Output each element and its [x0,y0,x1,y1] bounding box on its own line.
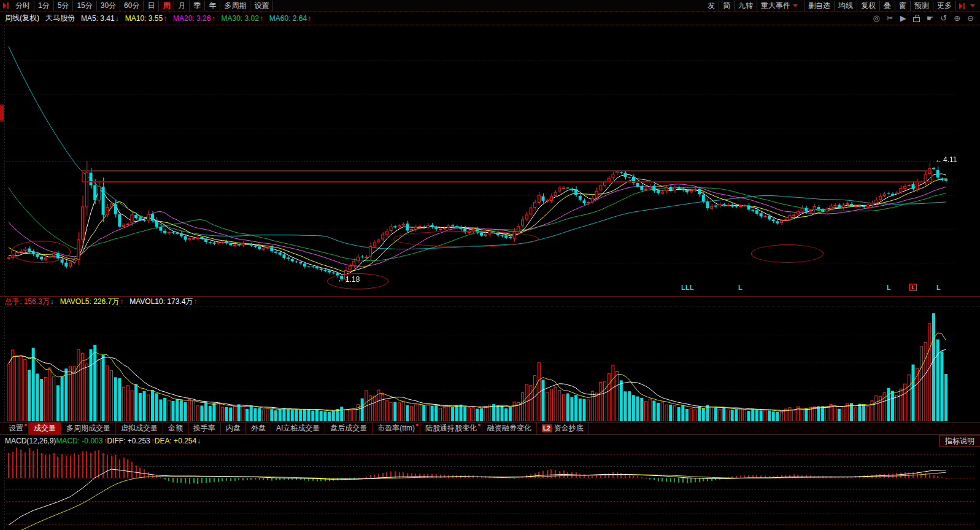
indicator-tab-label: 陆股通持股变化 [425,423,477,434]
indicator-tab-盘后成交量[interactable]: 盘后成交量 [325,423,372,434]
signal-badge-icon: L [909,284,917,291]
timeframe-tab-季[interactable]: 季 [190,1,205,11]
lock-icon[interactable] [913,17,920,22]
indicator-tab-设置[interactable]: 设置 [4,423,29,434]
toolbar-button-窗[interactable]: 窗 [895,1,911,11]
indicator-tab-label: 虚拟成交量 [121,423,158,434]
eye-icon[interactable]: ◎ [873,14,879,22]
left-edge-marker [0,104,4,122]
timeframe-tabs: 分时1分5分15分30分60分日周月季年多周期设置 [12,0,273,12]
undo-icon[interactable]: ↺ [940,14,947,22]
macd-value-macd: MACD: -0.003↑ [56,437,107,445]
indicator-tab-label: 设置 [9,423,23,434]
indicator-tab-label: 外盘 [251,423,266,434]
indicator-tabbar: 设置成交量多周期成交量虚拟成交量金额换手率内盘外盘AI立桩成交量盘后成交量市盈率… [0,422,980,435]
timeframe-tab-周[interactable]: 周 [159,1,174,11]
toolbar-button-叠[interactable]: 叠 [880,1,895,11]
volume-panel [0,307,980,422]
toolbar-button-均线[interactable]: 均线 [835,1,857,11]
arrow-down-icon: ↓ [50,297,54,306]
l2-badge: L2 [542,424,552,432]
indicator-tab-陆股通持股变化[interactable]: 陆股通持股变化 [420,423,482,434]
macd-value-diff: DIFF: +0.253↑ [107,437,154,445]
arrow-up-icon: ↑ [120,297,123,306]
indicator-tab-多周期成交量[interactable]: 多周期成交量 [61,423,116,434]
indicator-tab-资金抄底[interactable]: L2资金抄底 [537,423,589,434]
timeframe-tab-1分[interactable]: 1分 [34,1,54,11]
indicator-help-button[interactable]: 指标说明 [939,435,980,446]
toolbar-button-重大事件[interactable]: 重大事件 [757,1,804,11]
indicator-tab-label: 资金抄底 [554,423,584,434]
toolbar-button-预测[interactable]: 预测 [911,1,933,11]
indicator-tab-AI立桩成交量[interactable]: AI立桩成交量 [271,423,325,434]
volume-indicator-group: 总手: 156.3万↓MAVOL5: 226.7万↑MAVOL10: 173.4… [5,297,203,307]
zoom-in-icon[interactable]: ⊕ [954,14,960,22]
toolbar-right-buttons: 发简九转重大事件删自选均线复权叠窗预测更多 [704,0,956,12]
toolbar-button-复权[interactable]: 复权 [857,1,880,11]
toolbar-button-更多[interactable]: 更多 [933,1,956,11]
timeframe-tab-60分[interactable]: 60分 [120,1,144,11]
arrow-up-icon: ↑ [193,297,197,306]
toolbar-button-发[interactable]: 发 [704,1,719,11]
ma-value-ma30: MA30: 3.02↑ [221,14,263,23]
chevron-down-icon[interactable] [970,4,975,7]
arrow-left-icon: ← [935,155,943,164]
indicator-tab-虚拟成交量[interactable]: 虚拟成交量 [116,423,163,434]
arrow-up-icon: ↑ [307,14,311,23]
macd-chart-canvas[interactable] [0,446,980,530]
indicator-tab-label: 换手率 [193,423,215,434]
chevron-down-icon[interactable] [793,4,798,7]
ma-value-ma20: MA20: 3.26↑ [173,14,215,23]
indicator-tab-融资融券变化[interactable]: 融资融券变化 [482,423,537,434]
scissors-icon[interactable]: ✂ [887,14,893,22]
macd-panel [0,446,980,530]
timeframe-tab-设置[interactable]: 设置 [250,1,273,11]
timeframe-tab-5分[interactable]: 5分 [54,1,74,11]
ma-value-ma10: MA10: 3.55↑ [125,14,167,23]
zoom-out-icon[interactable]: ⊖ [967,14,974,22]
arrow-down-icon: ↓ [115,14,119,23]
main-chart-header: 周线(复权) 天马股份 MA5: 3.41↓MA10: 3.55↑MA20: 3… [0,12,980,25]
toolbar-button-九转[interactable]: 九转 [735,1,757,11]
toolbar-button-删自选[interactable]: 删自选 [804,1,835,11]
timeframe-tab-15分[interactable]: 15分 [73,1,96,11]
indicator-tab-label: 内盘 [226,423,241,434]
arrow-up-icon: ↑ [260,14,263,23]
signal-l-marker: L [681,284,685,291]
indicator-tab-金额[interactable]: 金额 [163,423,188,434]
signal-l-marker: L [887,284,891,291]
macd-header: MACD(12,26,9) MACD: -0.003↑DIFF: +0.253↑… [0,435,980,446]
stock-name[interactable]: 天马股份 [45,13,75,23]
ma-value-ma5: MA5: 3.41↓ [81,14,119,23]
hand-icon[interactable]: ☛ [927,14,934,22]
period-label: 周线(复权) [5,13,39,23]
timeframe-tab-月[interactable]: 月 [174,1,190,11]
toolbar-button-简[interactable]: 简 [719,1,735,11]
vol-value-mavol5: MAVOL5: 226.7万↑ [60,297,124,307]
indicator-tab-外盘[interactable]: 外盘 [246,423,271,434]
signal-l-marker: L [738,284,743,291]
arrow-up-icon: ↑ [211,14,215,23]
indicator-tab-市盈率(ttm)[interactable]: 市盈率(ttm) [372,423,420,434]
indicator-tab-换手率[interactable]: 换手率 [188,423,221,434]
ma-indicator-group: MA5: 3.41↓MA10: 3.55↑MA20: 3.26↑MA30: 3.… [81,14,317,23]
main-price-chart-canvas[interactable] [0,25,980,296]
notification-dot [25,424,27,426]
chart-tool-icons: ◎✂▶☛↺⊕⊖ [873,12,974,25]
skip-forward-icon[interactable] [959,3,965,9]
timeframe-tab-分时[interactable]: 分时 [12,1,34,11]
volume-chart-canvas[interactable] [0,307,980,422]
indicator-tab-label: 成交量 [34,423,56,434]
play-icon[interactable]: ▶ [900,14,906,22]
macd-title: MACD(12,26,9) [5,437,56,445]
indicator-tab-label: 金额 [168,423,183,434]
arrow-down-icon: ↓ [197,437,201,445]
timeframe-tab-多周期[interactable]: 多周期 [220,1,250,11]
indicator-tab-成交量[interactable]: 成交量 [29,423,61,434]
timeframe-tab-日[interactable]: 日 [144,1,159,11]
indicator-tab-内盘[interactable]: 内盘 [221,423,246,434]
timeframe-tab-30分[interactable]: 30分 [97,1,120,11]
skip-forward-icon[interactable] [3,2,9,9]
timeframe-tab-年[interactable]: 年 [205,1,220,11]
vol-value-mavol10: MAVOL10: 173.4万↑ [129,297,197,307]
